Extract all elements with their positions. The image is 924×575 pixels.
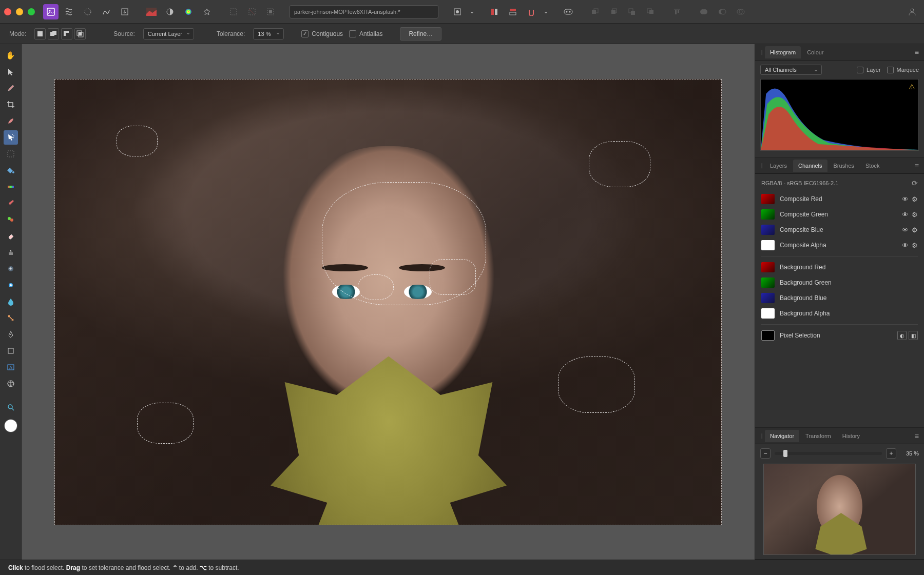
- channel-background-alpha[interactable]: Background Alpha: [755, 306, 924, 321]
- auto-levels-button[interactable]: [162, 4, 178, 19]
- selection-invert-icon[interactable]: ◐: [897, 331, 907, 340]
- boolean-subtract-button[interactable]: [715, 4, 730, 19]
- panel-grip-icon[interactable]: ∥: [758, 163, 764, 168]
- rectangle-tool[interactable]: [4, 344, 18, 358]
- boolean-intersect-button[interactable]: [733, 4, 748, 19]
- zoom-in-button[interactable]: +: [886, 448, 896, 459]
- channel-composite-red[interactable]: Composite Red👁⚙: [755, 191, 924, 207]
- tab-navigator[interactable]: Navigator: [765, 430, 799, 442]
- gradient-tool[interactable]: [4, 180, 18, 194]
- tab-transform[interactable]: Transform: [800, 430, 836, 442]
- navigator-preview[interactable]: [763, 464, 916, 555]
- edit-icon[interactable]: ⚙: [912, 211, 918, 219]
- channels-reset-button[interactable]: ⟳: [912, 179, 918, 187]
- blur-tool[interactable]: [4, 294, 18, 309]
- paint-mixer-tool[interactable]: [4, 212, 18, 227]
- move-tool[interactable]: [4, 65, 18, 79]
- channel-pixel-selection[interactable]: Pixel Selection ◐◧: [755, 328, 924, 343]
- inpaint-tool[interactable]: [4, 262, 18, 276]
- snapping-dropdown[interactable]: ⌄: [542, 4, 549, 19]
- mesh-tool[interactable]: [4, 376, 18, 391]
- persona-liquify-button[interactable]: [62, 4, 77, 19]
- minimize-window-button[interactable]: [16, 8, 23, 15]
- channel-background-red[interactable]: Background Red: [755, 260, 924, 275]
- document-thumbnail-icon[interactable]: [144, 4, 159, 19]
- selection-deselect-button[interactable]: [244, 4, 260, 19]
- channel-background-green[interactable]: Background Green: [755, 275, 924, 290]
- close-window-button[interactable]: [4, 8, 11, 15]
- selection-mask-icon[interactable]: ◧: [909, 331, 918, 340]
- channel-background-blue[interactable]: Background Blue: [755, 290, 924, 306]
- tab-history[interactable]: History: [837, 430, 865, 442]
- auto-colors-button[interactable]: [181, 4, 196, 19]
- channel-composite-alpha[interactable]: Composite Alpha👁⚙: [755, 237, 924, 253]
- auto-white-balance-button[interactable]: [199, 4, 215, 19]
- tab-layers[interactable]: Layers: [765, 160, 792, 172]
- account-button[interactable]: [904, 4, 920, 19]
- arrange-forward-button[interactable]: [624, 4, 640, 19]
- persona-export-button[interactable]: [117, 4, 132, 19]
- foreground-color-swatch[interactable]: [5, 420, 17, 432]
- panel-grip-icon[interactable]: ∥: [758, 49, 764, 55]
- mode-intersect-button[interactable]: [74, 28, 86, 39]
- view-tool[interactable]: ✋: [4, 48, 18, 63]
- refine-button[interactable]: Refine…: [400, 27, 441, 41]
- panel-menu-button[interactable]: ≡: [913, 432, 921, 440]
- record-button[interactable]: [450, 4, 465, 19]
- tab-channels[interactable]: Channels: [793, 160, 827, 172]
- antialias-checkbox[interactable]: Antialias: [349, 30, 382, 37]
- histogram-channel-select[interactable]: All Channels: [760, 65, 822, 75]
- mode-new-button[interactable]: [34, 28, 46, 39]
- arrange-front-button[interactable]: [643, 4, 658, 19]
- crop-tool[interactable]: [4, 97, 18, 112]
- visibility-icon[interactable]: 👁: [902, 226, 909, 234]
- panel-menu-button[interactable]: ≡: [913, 48, 921, 56]
- tab-colour[interactable]: Colour: [802, 46, 829, 58]
- arrange-backward-button[interactable]: [606, 4, 621, 19]
- histogram-marquee-checkbox[interactable]: Marquee: [887, 67, 919, 73]
- zoom-slider[interactable]: [775, 452, 882, 455]
- pen-tool[interactable]: [4, 327, 18, 342]
- toggle-ui-2-button[interactable]: [505, 4, 521, 19]
- visibility-icon[interactable]: 👁: [902, 211, 909, 219]
- toggle-ui-1-button[interactable]: [487, 4, 502, 19]
- contiguous-checkbox[interactable]: ✓ Contiguous: [301, 30, 343, 37]
- mode-subtract-button[interactable]: [61, 28, 72, 39]
- dodge-tool[interactable]: [4, 278, 18, 292]
- persona-develop-button[interactable]: [80, 4, 95, 19]
- text-tool[interactable]: A: [4, 360, 18, 374]
- edit-icon[interactable]: ⚙: [912, 226, 918, 234]
- panel-grip-icon[interactable]: ∥: [758, 433, 764, 439]
- edit-icon[interactable]: ⚙: [912, 195, 918, 203]
- tab-histogram[interactable]: Histogram: [765, 46, 801, 58]
- assistant-button[interactable]: [561, 4, 576, 19]
- clone-tool[interactable]: [4, 245, 18, 260]
- zoom-out-button[interactable]: −: [760, 448, 771, 459]
- visibility-icon[interactable]: 👁: [902, 195, 909, 203]
- document-filename[interactable]: parker-johnson-MOPTew6XITA-unsplash.*: [290, 5, 438, 18]
- persona-photo-button[interactable]: [43, 4, 59, 19]
- histogram-layer-checkbox[interactable]: Layer: [857, 67, 881, 73]
- tolerance-input[interactable]: 13 %: [253, 28, 284, 39]
- canvas[interactable]: [22, 44, 755, 560]
- erase-tool[interactable]: [4, 229, 18, 243]
- tab-brushes[interactable]: Brushes: [829, 160, 859, 172]
- boolean-add-button[interactable]: [696, 4, 711, 19]
- arrange-back-button[interactable]: [587, 4, 603, 19]
- marquee-tool[interactable]: [4, 147, 18, 161]
- retouch-tool[interactable]: [4, 311, 18, 325]
- selection-all-button[interactable]: [226, 4, 241, 19]
- record-dropdown[interactable]: ⌄: [468, 4, 475, 19]
- flood-select-tool[interactable]: [4, 130, 18, 145]
- source-select[interactable]: Current Layer: [143, 28, 194, 39]
- maximize-window-button[interactable]: [28, 8, 35, 15]
- color-picker-tool[interactable]: [4, 81, 18, 95]
- channel-composite-green[interactable]: Composite Green👁⚙: [755, 207, 924, 222]
- tab-stock[interactable]: Stock: [860, 160, 885, 172]
- panel-menu-button[interactable]: ≡: [913, 162, 921, 170]
- channel-composite-blue[interactable]: Composite Blue👁⚙: [755, 222, 924, 237]
- zoom-tool[interactable]: [4, 400, 18, 414]
- mode-add-button[interactable]: [48, 28, 59, 39]
- flood-fill-tool[interactable]: [4, 163, 18, 177]
- selection-brush-tool[interactable]: [4, 114, 18, 128]
